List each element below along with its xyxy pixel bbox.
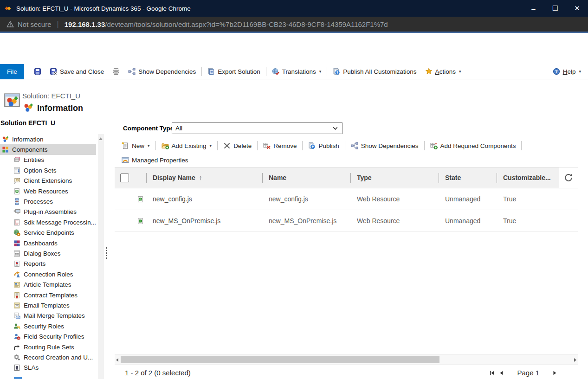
address-bar[interactable]: Not secure | 192.168.1.33 /devteam/tools…: [0, 17, 588, 33]
new-button[interactable]: New▾: [117, 139, 154, 153]
processes-icon: [13, 198, 20, 205]
sidebar-item-routing-rule-sets[interactable]: Routing Rule Sets: [0, 342, 96, 352]
sidebar-item-field-security-profiles[interactable]: Field Security Profiles: [0, 331, 96, 341]
sidebar-item-label: Field Security Profiles: [24, 333, 84, 340]
scroll-right-icon[interactable]: [574, 358, 576, 362]
sidebar-item-sdk-message-processin[interactable]: Sdk Message Processin...: [0, 217, 96, 227]
button-label: Save and Close: [60, 68, 104, 75]
sdk-message-icon: [13, 219, 20, 226]
table-row[interactable]: new_MS_OnPremise.jsnew_MS_OnPremise.jsWe…: [115, 210, 578, 232]
scroll-left-icon[interactable]: [116, 358, 118, 362]
next-page-button[interactable]: [552, 370, 558, 376]
cell-type: Web Resource: [350, 188, 439, 210]
save-button[interactable]: [30, 64, 45, 79]
column-header-type[interactable]: Type: [350, 167, 439, 188]
toolbar-separator: [257, 141, 258, 150]
previous-page-button[interactable]: [498, 370, 504, 376]
plugin-assemblies-icon: [13, 208, 20, 215]
cell-display-name[interactable]: new_MS_OnPremise.js: [146, 210, 262, 231]
column-header-customizable[interactable]: Customizable...: [497, 167, 559, 188]
remove-button[interactable]: Remove: [259, 139, 301, 153]
sidebar-item-record-creation-and-u[interactable]: Record Creation and U...: [0, 352, 96, 362]
column-header-state[interactable]: State: [439, 167, 497, 188]
sidebar-item-slas[interactable]: SLAs: [0, 363, 96, 373]
sidebar-item-label: Routing Rule Sets: [24, 344, 74, 351]
managed-properties-button[interactable]: Managed Properties: [117, 154, 193, 166]
help-button[interactable]: ?Help▾: [549, 64, 585, 79]
sidebar-item-service-endpoints[interactable]: Service Endpoints: [0, 228, 96, 238]
delete-button[interactable]: Delete: [219, 139, 256, 153]
sidebar-item-email-templates[interactable]: Email Templates: [0, 300, 96, 310]
not-secure-label[interactable]: Not secure: [18, 20, 52, 28]
sidebar-item-contract-templates[interactable]: Contract Templates: [0, 290, 96, 300]
first-page-button[interactable]: [489, 370, 495, 376]
scrollbar-thumb[interactable]: [121, 356, 439, 363]
scroll-up-icon[interactable]: [99, 137, 103, 140]
close-button[interactable]: ✕: [566, 0, 588, 17]
row-icon-cell: [115, 188, 146, 210]
refresh-button[interactable]: [559, 167, 578, 188]
sidebar-item-mail-merge-templates[interactable]: Mail Merge Templates: [0, 311, 96, 321]
sidebar-item-security-roles[interactable]: Security Roles: [0, 321, 96, 331]
sidebar-item-client-extensions[interactable]: Client Extensions: [0, 176, 96, 186]
sidebar-item-dashboards[interactable]: Dashboards: [0, 238, 96, 248]
dependencies-icon: [128, 68, 136, 75]
row-icon-cell: [115, 210, 146, 231]
sidebar-item-option-sets[interactable]: Option Sets: [0, 165, 96, 175]
print-icon: [112, 68, 120, 75]
splitter-handle[interactable]: [106, 247, 107, 259]
print-button[interactable]: [108, 64, 124, 79]
sidebar-item-plug-in-assemblies[interactable]: Plug-in Assemblies: [0, 207, 96, 217]
sidebar-item-entities[interactable]: Entities: [0, 155, 96, 165]
sidebar-item-dialog-boxes[interactable]: Dialog Boxes: [0, 248, 96, 258]
sidebar-title: Solution EFCTI_U: [0, 119, 55, 127]
sidebar-item-connection-roles[interactable]: Connection Roles: [0, 269, 96, 279]
column-header-name[interactable]: Name: [262, 167, 350, 188]
show-dependencies-button[interactable]: Show Dependencies: [124, 64, 200, 79]
sidebar-item-article-templates[interactable]: Article Templates: [0, 279, 96, 289]
url-host[interactable]: 192.168.1.33: [65, 20, 105, 28]
column-header-label: State: [445, 174, 461, 181]
sidebar-item-information[interactable]: Information: [0, 134, 96, 144]
add-existing-button[interactable]: Add Existing▾: [157, 139, 216, 153]
dependencies-icon: [351, 142, 358, 149]
contract-templates-icon: [13, 292, 20, 299]
publish-all-customizations-button[interactable]: Publish All Customizations: [329, 64, 420, 79]
minimize-button[interactable]: –: [523, 0, 544, 17]
button-label: Managed Properties: [132, 157, 188, 164]
sidebar-item-label: Dialog Boxes: [24, 250, 61, 257]
components-grid: Display Name↑NameTypeStateCustomizable..…: [115, 167, 578, 232]
select-all-checkbox[interactable]: [120, 173, 129, 182]
url-path[interactable]: /devteam/tools/solution/edit.aspx?id=%7b…: [105, 20, 388, 28]
connection-roles-icon: [13, 271, 20, 278]
file-button[interactable]: File: [0, 64, 24, 79]
sidebar-item-components[interactable]: Components: [0, 144, 96, 154]
sidebar-item-web-resources[interactable]: Web Resources: [0, 186, 96, 196]
toolbar-separator: [302, 141, 303, 150]
show-dependencies-button[interactable]: Show Dependencies: [347, 139, 423, 153]
sidebar-item-label: Plug-in Assemblies: [24, 208, 77, 215]
component-type-select[interactable]: All: [172, 122, 342, 134]
routing-rule-sets-icon: [13, 344, 20, 351]
publish-button[interactable]: Publish: [304, 139, 343, 153]
solution-tree: InformationComponentsEntitiesOption Sets…: [0, 134, 96, 373]
window-title: Solution: EFCTI_U - Microsoft Dynamics 3…: [16, 5, 523, 12]
translations-button[interactable]: Translations▾: [268, 64, 326, 79]
button-label: Export Solution: [218, 68, 260, 75]
maximize-button[interactable]: ☐: [544, 0, 566, 17]
column-header-display-name[interactable]: Display Name↑: [146, 167, 262, 188]
export-solution-button[interactable]: Export Solution: [203, 64, 265, 79]
add-required-components-button[interactable]: Add Required Components: [426, 139, 520, 153]
sidebar-item-reports[interactable]: Reports: [0, 259, 96, 269]
save-and-close-button[interactable]: Save and Close: [45, 64, 108, 79]
actions-button[interactable]: Actions▾: [421, 64, 465, 79]
horizontal-scrollbar[interactable]: [115, 354, 578, 365]
table-row[interactable]: new_config.jsnew_config.jsWeb ResourceUn…: [115, 188, 578, 210]
sidebar-item-label: Connection Roles: [24, 271, 73, 278]
sidebar-scrollbar[interactable]: [98, 134, 104, 379]
cell-display-name[interactable]: new_config.js: [146, 188, 262, 210]
sidebar-item-processes[interactable]: Processes: [0, 196, 96, 206]
translations-icon: [272, 68, 279, 75]
grid-toolbar: New▾Add Existing▾DeleteRemovePublishShow…: [117, 139, 523, 153]
cell-state: Unmanaged: [439, 188, 497, 210]
